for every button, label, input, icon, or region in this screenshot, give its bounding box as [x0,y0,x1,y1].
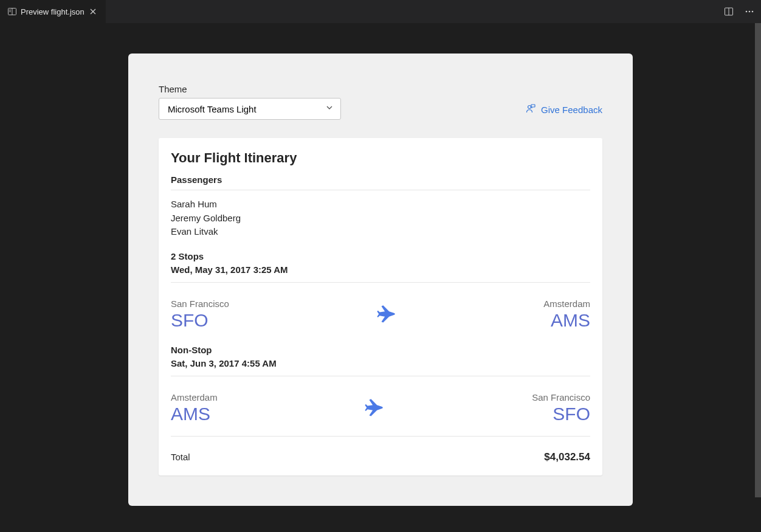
feedback-label: Give Feedback [541,105,602,115]
origin-code: SFO [171,310,229,330]
tab-preview-flight[interactable]: Preview flight.json [0,0,106,23]
itinerary-card: Your Flight Itinerary Passengers Sarah H… [159,138,602,475]
passenger-list: Sarah Hum Jeremy Goldberg Evan Litvak [171,198,590,239]
leg-stops: 2 Stops [171,250,590,264]
tab-title: Preview flight.json [21,7,84,16]
more-actions-icon[interactable] [743,5,756,18]
divider [171,282,590,283]
leg-datetime: Sat, Jun 3, 2017 4:55 AM [171,357,590,371]
origin: Amsterdam AMS [171,392,218,424]
origin: San Francisco SFO [171,299,229,330]
flight-leg: Non-Stop Sat, Jun 3, 2017 4:55 AM Amster… [171,344,590,426]
divider [171,376,590,376]
preview-header: Theme Give Feedback [159,84,602,120]
total-value: $4,032.54 [544,451,590,463]
close-icon[interactable] [88,7,98,16]
total-label: Total [171,452,190,462]
svg-point-10 [752,11,754,13]
editor-content: Theme Give Feedback [0,23,761,532]
leg-stops: Non-Stop [171,344,590,358]
card-title: Your Flight Itinerary [171,150,590,166]
airplane-icon [376,303,397,326]
theme-select[interactable] [159,98,341,120]
airplane-icon [364,396,385,420]
svg-point-11 [528,106,531,109]
route-row: San Francisco SFO Amsterdam AMS [171,290,590,333]
destination-code: AMS [551,310,590,330]
destination-code: SFO [553,404,590,424]
destination: Amsterdam AMS [543,299,590,330]
passenger-name: Jeremy Goldberg [171,212,590,226]
destination: San Francisco SFO [532,392,590,424]
origin-city: Amsterdam [171,392,218,402]
passenger-name: Evan Litvak [171,225,590,239]
passenger-name: Sarah Hum [171,198,590,212]
divider [171,436,590,437]
feedback-person-icon [525,103,536,116]
scrollbar[interactable] [755,23,761,532]
scroll-thumb[interactable] [755,23,761,497]
total-row: Total $4,032.54 [171,444,590,463]
svg-point-8 [746,11,748,13]
feedback-link[interactable]: Give Feedback [525,103,602,116]
tab-bar: Preview flight.json [0,0,761,23]
origin-code: AMS [171,404,218,424]
svg-point-9 [749,11,751,13]
theme-selector-block: Theme [159,84,341,120]
svg-rect-12 [531,105,535,107]
passengers-label: Passengers [171,174,590,185]
leg-datetime: Wed, May 31, 2017 3:25 AM [171,263,590,277]
route-row: Amsterdam AMS San Francisco SFO [171,384,590,426]
theme-label: Theme [159,84,341,94]
preview-pane-icon [7,7,17,16]
flight-leg: 2 Stops Wed, May 31, 2017 3:25 AM San Fr… [171,250,590,333]
destination-city: Amsterdam [543,299,590,309]
destination-city: San Francisco [532,392,590,402]
origin-city: San Francisco [171,299,229,309]
split-editor-icon[interactable] [722,5,735,18]
preview-page: Theme Give Feedback [128,54,633,506]
editor-title-actions [722,0,761,23]
divider [171,190,590,190]
